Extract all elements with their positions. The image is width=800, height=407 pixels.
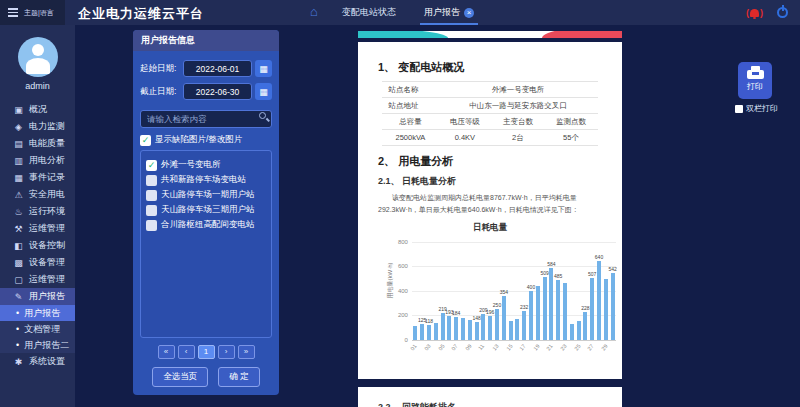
station-tree-item[interactable]: 天山路停车场一期用户站 — [146, 189, 266, 201]
sidebar-item[interactable]: ▢运维管理 — [0, 271, 75, 288]
chart-bar — [583, 312, 587, 340]
hamburger-menu-icon[interactable] — [8, 8, 18, 17]
chart-bar — [441, 313, 445, 340]
two-column-print-checkbox[interactable]: 双栏打印 — [735, 103, 778, 114]
x-tick-label: 07 — [450, 343, 459, 352]
end-date-input[interactable]: 2022-06-30 — [183, 83, 252, 100]
environment-icon: ♨ — [13, 207, 24, 217]
checkbox-icon[interactable] — [146, 175, 157, 186]
start-calendar-icon[interactable]: ▦ — [255, 60, 272, 77]
search-input[interactable] — [140, 110, 272, 128]
checkbox-icon[interactable]: ✓ — [140, 135, 151, 146]
sidebar-item-label: 设备管理 — [29, 256, 65, 269]
checkbox-icon[interactable] — [146, 205, 157, 216]
page-button[interactable]: ‹ — [178, 345, 195, 359]
station-tree-item[interactable]: ✓外滩一号变电所 — [146, 159, 266, 171]
sidebar-subitem[interactable]: •用户报告 — [0, 305, 75, 321]
bar-value-label: 250 — [493, 302, 501, 308]
tab-label: 变配电站状态 — [342, 6, 396, 19]
settings-icon: ✱ — [13, 357, 24, 367]
bullet-icon: • — [16, 324, 19, 334]
gridline — [412, 291, 616, 292]
chart-bar — [488, 316, 492, 340]
alarm-bell-icon[interactable]: () — [746, 8, 763, 18]
tab-close-icon[interactable]: × — [464, 8, 474, 18]
usage-analysis-icon: ▥ — [13, 156, 24, 166]
theme-language-switch[interactable]: 主题|语言 — [24, 8, 54, 18]
sidebar-item[interactable]: ⚠安全用电 — [0, 186, 75, 203]
gridline — [412, 340, 616, 341]
chart-bar — [529, 291, 533, 340]
sidebar-item[interactable]: ▥用电分析 — [0, 152, 75, 169]
sidebar-item[interactable]: ✱系统设置 — [0, 353, 75, 370]
chart-bar — [420, 324, 424, 339]
user-report-panel: 用户报告信息 起始日期: 2022-06-01 ▦ 截止日期: 2022-06-… — [133, 30, 279, 395]
bullet-icon: • — [16, 308, 19, 318]
print-button[interactable]: 打印 — [738, 62, 772, 99]
checkbox-icon[interactable]: ✓ — [146, 160, 157, 171]
sidebar-subitem[interactable]: •用户报告二 — [0, 337, 75, 353]
chart-bar — [543, 277, 547, 339]
tab-item[interactable]: 变配电站状态 — [342, 0, 396, 25]
home-icon[interactable]: ⌂ — [310, 5, 318, 18]
bar-value-label: 148 — [472, 315, 480, 321]
station-label: 天山路停车场三期用户站 — [161, 204, 255, 216]
cover-page-bottom — [358, 31, 622, 38]
show-images-label: 显示缺陷图片/整改图片 — [155, 134, 242, 146]
y-tick-label: 200 — [398, 312, 408, 318]
page-button[interactable]: 1 — [198, 345, 215, 359]
checkbox-icon[interactable] — [146, 190, 157, 201]
sidebar-item[interactable]: ▤电能质量 — [0, 135, 75, 152]
sidebar-item[interactable]: ◧设备控制 — [0, 237, 75, 254]
chart-bar — [549, 268, 553, 340]
power-logout-icon[interactable] — [777, 7, 788, 18]
section2-title: 2、 用电量分析 — [378, 154, 602, 169]
page-button[interactable]: » — [238, 345, 255, 359]
printer-icon — [747, 70, 764, 79]
sidebar-item-label: 运行环境 — [29, 205, 65, 218]
sidebar-item[interactable]: ✎用户报告 — [0, 288, 75, 305]
start-date-input[interactable]: 2022-06-01 — [183, 60, 252, 77]
station-tree-item[interactable]: 合川路枢纽高配间变电站 — [146, 219, 266, 231]
show-images-checkbox[interactable]: ✓ 显示缺陷图片/整改图片 — [140, 134, 272, 146]
chart-bar — [515, 319, 519, 340]
checkbox-icon[interactable] — [146, 220, 157, 231]
end-calendar-icon[interactable]: ▦ — [255, 83, 272, 100]
section1-title: 1、 变配电站概况 — [378, 60, 602, 75]
tab-item[interactable]: 用户报告× — [424, 0, 474, 25]
sidebar-item[interactable]: ▣概况 — [0, 101, 75, 118]
station-tree-item[interactable]: 共和新路停车场变电站 — [146, 174, 266, 186]
confirm-button[interactable]: 确 定 — [218, 367, 259, 387]
search-icon[interactable] — [259, 112, 266, 119]
sidebar-item[interactable]: ▦事件记录 — [0, 169, 75, 186]
start-date-label: 起始日期: — [140, 63, 180, 75]
chart-bar — [590, 278, 594, 340]
sidebar-item[interactable]: ⚒运维管理 — [0, 220, 75, 237]
section22-title: 2.2、 回路能耗排名 — [378, 401, 602, 407]
checkbox-icon[interactable] — [735, 105, 743, 113]
sidebar-item[interactable]: ▩设备管理 — [0, 254, 75, 271]
y-tick-label: 800 — [398, 239, 408, 245]
table-value-row: 2500kVA 0.4KV 2台 55个 — [382, 130, 597, 146]
overview-icon: ▣ — [13, 105, 24, 115]
sidebar-item[interactable]: ♨运行环境 — [0, 203, 75, 220]
chart-bar — [570, 324, 574, 340]
station-tree: ✓外滩一号变电所共和新路停车场变电站天山路停车场一期用户站天山路停车场三期用户站… — [140, 150, 272, 338]
avatar[interactable] — [18, 37, 58, 77]
station-tree-item[interactable]: 天山路停车场三期用户站 — [146, 204, 266, 216]
page-button[interactable]: › — [218, 345, 235, 359]
x-tick-label: 17 — [518, 343, 527, 352]
chart-bar — [413, 326, 417, 339]
sidebar-subitem[interactable]: •文档管理 — [0, 321, 75, 337]
daily-consumption-chart: 日耗电量 用电量(kW·h) 0200400600800011251180321… — [378, 222, 602, 368]
bar-value-label: 196 — [486, 309, 494, 315]
bar-value-label: 509 — [540, 270, 548, 276]
page-button[interactable]: « — [158, 345, 175, 359]
select-all-page-button[interactable]: 全选当页 — [152, 367, 208, 387]
username: admin — [0, 81, 75, 91]
sidebar-item-label: 电力监测 — [29, 120, 65, 133]
sidebar-item[interactable]: ◈电力监测 — [0, 118, 75, 135]
summary-paragraph: 该变配电站监测周期内总耗电量8767.7kW·h，日平均耗电量292.3kW·h… — [378, 192, 602, 216]
bar-value-label: 485 — [554, 273, 562, 279]
value-cell: 55个 — [544, 130, 597, 146]
